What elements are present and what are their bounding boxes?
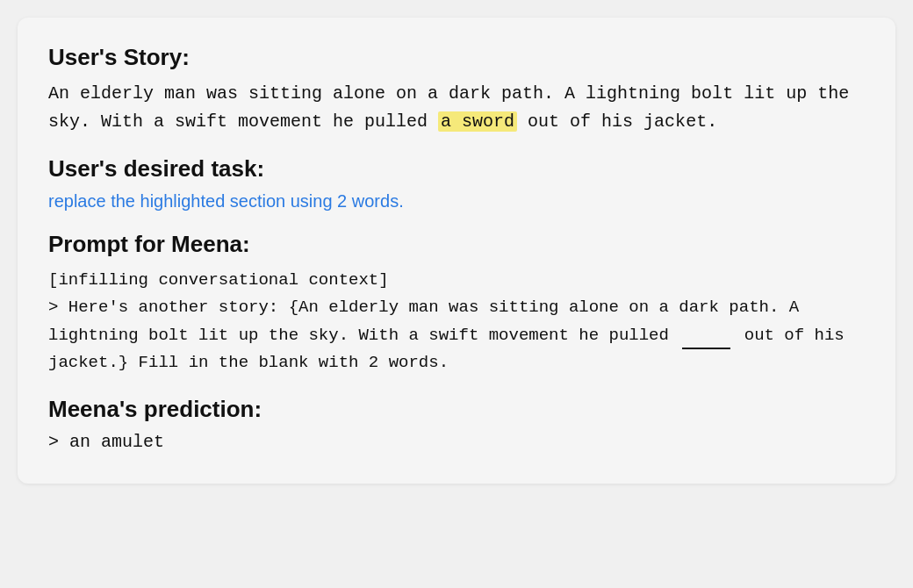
desired-task-section: User's desired task: replace the highlig… — [48, 155, 865, 212]
story-title: User's Story: — [48, 44, 865, 71]
highlighted-word: a sword — [438, 111, 517, 132]
prompt-section: Prompt for Meena: [infilling conversatio… — [48, 231, 865, 376]
story-text-after-highlight: out of his jacket. — [517, 111, 717, 132]
desired-task-title: User's desired task: — [48, 155, 865, 183]
prompt-text: [infilling conversational context] > Her… — [48, 267, 865, 376]
story-section: User's Story: An elderly man was sitting… — [48, 44, 865, 136]
desired-task-text: replace the highlighted section using 2 … — [48, 191, 865, 212]
prediction-text: > an amulet — [48, 432, 865, 452]
prompt-line1: [infilling conversational context] — [48, 270, 389, 290]
prediction-section: Meena's prediction: > an amulet — [48, 396, 865, 452]
prompt-title: Prompt for Meena: — [48, 231, 865, 258]
prediction-title: Meena's prediction: — [48, 396, 865, 423]
prompt-line2-prefix: > Here's another story: {An elderly man … — [48, 298, 799, 344]
main-card: User's Story: An elderly man was sitting… — [18, 18, 895, 484]
story-text: An elderly man was sitting alone on a da… — [48, 80, 865, 136]
blank-placeholder — [682, 348, 730, 349]
